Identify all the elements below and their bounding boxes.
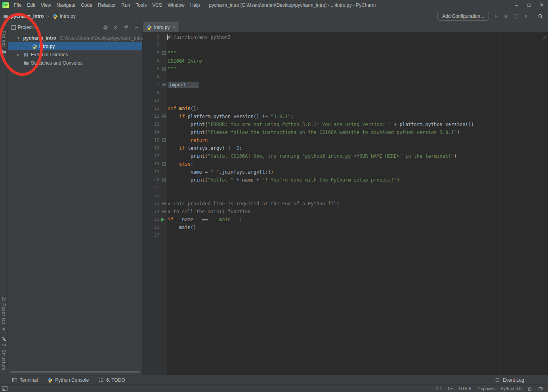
gutter-cell[interactable]: [159, 89, 167, 97]
gutter-cell[interactable]: [159, 97, 167, 105]
code-line[interactable]: 13 print("ERROR: You are not using Pytho…: [143, 120, 548, 128]
menu-vcs[interactable]: VCS: [149, 0, 165, 10]
menu-code[interactable]: Code: [78, 0, 95, 10]
gutter-cell[interactable]: [159, 41, 167, 49]
code-line[interactable]: 10: [143, 97, 548, 105]
gutter-cell[interactable]: −: [159, 49, 167, 57]
run-icon[interactable]: [493, 13, 499, 19]
fold-marker-icon[interactable]: −: [162, 115, 166, 118]
fold-marker-icon[interactable]: −: [162, 202, 166, 205]
tool-button-terminal[interactable]: Terminal: [12, 377, 38, 383]
gutter-cell[interactable]: [159, 128, 167, 136]
tool-button-structure[interactable]: 7: Structure: [2, 344, 6, 371]
maximize-button[interactable]: □: [523, 0, 535, 10]
fold-marker-icon[interactable]: −: [162, 178, 166, 182]
gutter-cell[interactable]: −: [159, 160, 167, 168]
gutter-cell[interactable]: [159, 184, 167, 192]
chevron-down-icon[interactable]: ▾: [34, 25, 36, 30]
code-line[interactable]: 22: [143, 192, 548, 200]
menu-file[interactable]: File: [11, 0, 24, 10]
tool-button-event-log[interactable]: Event Log: [495, 377, 524, 383]
favorites-star-icon[interactable]: ★: [2, 327, 6, 332]
gutter-cell[interactable]: [159, 33, 167, 41]
gutter-cell[interactable]: −: [159, 136, 167, 144]
tree-row-intro-py[interactable]: intro.py: [8, 42, 142, 50]
menu-refactor[interactable]: Refactor: [95, 0, 118, 10]
tool-button-python-console[interactable]: Python Console: [47, 377, 89, 383]
toggle-toolwindows-icon[interactable]: [2, 386, 8, 391]
tree-row-external-libraries[interactable]: ▸ External Libraries: [8, 50, 142, 59]
menu-run[interactable]: Run: [118, 0, 133, 10]
tool-button-project[interactable]: 1: Project: [2, 25, 6, 47]
gutter-cell[interactable]: [159, 105, 167, 113]
tab-intro-py[interactable]: intro.py ×: [143, 22, 179, 32]
code-line[interactable]: 3−""": [143, 49, 548, 57]
minimize-button[interactable]: –: [510, 0, 523, 10]
gutter-cell[interactable]: −: [159, 65, 167, 73]
fold-marker-icon[interactable]: −: [162, 67, 166, 71]
code-line[interactable]: 9: [143, 89, 548, 97]
panel-title[interactable]: Project: [18, 25, 32, 30]
lock-icon[interactable]: [527, 386, 532, 391]
caret-position[interactable]: 1:1: [436, 386, 442, 391]
locate-icon[interactable]: [103, 25, 108, 30]
gutter-cell[interactable]: −: [159, 208, 167, 216]
gutter-cell[interactable]: +: [159, 81, 167, 89]
file-encoding[interactable]: UTF-8: [459, 386, 471, 391]
fold-marker-icon[interactable]: −: [162, 138, 166, 142]
code-line[interactable]: 11def main():: [143, 105, 548, 113]
gutter-cell[interactable]: [159, 168, 167, 176]
code-editor[interactable]: 1#!/usr/bin/env python323−"""4CS106A Int…: [143, 33, 548, 375]
run-line-icon[interactable]: [161, 218, 164, 222]
code-line[interactable]: 4CS106A Intro: [143, 57, 548, 65]
debug-icon[interactable]: [503, 13, 509, 19]
tree-row-project-root[interactable]: ▾ pycharm_intro C:\Users\brahm\Desktop\p…: [8, 34, 142, 42]
gutter-cell[interactable]: [159, 144, 167, 152]
code-line[interactable]: 2: [143, 41, 548, 49]
structure-tool-icon[interactable]: [1, 336, 6, 341]
coverage-icon[interactable]: [513, 13, 519, 19]
menu-navigate[interactable]: Navigate: [54, 0, 78, 10]
gutter-cell[interactable]: [159, 73, 167, 81]
code-line[interactable]: 24−# to call the main() function.: [143, 208, 548, 216]
code-line[interactable]: 27: [143, 231, 548, 239]
code-line[interactable]: 7+import ...: [143, 81, 548, 89]
indent-style[interactable]: 4 spaces: [477, 386, 495, 391]
code-line[interactable]: 6: [143, 73, 548, 81]
gutter-cell[interactable]: [159, 57, 167, 65]
fold-marker-icon[interactable]: −: [162, 210, 166, 213]
code-line[interactable]: 21: [143, 184, 548, 192]
gutter-cell[interactable]: −: [159, 113, 167, 120]
hide-panel-icon[interactable]: [134, 25, 139, 30]
code-line[interactable]: 12− if platform.python_version() != "3.8…: [143, 113, 548, 120]
python-interpreter[interactable]: Python 3.8: [500, 386, 521, 391]
code-line[interactable]: 15− return: [143, 136, 548, 144]
chevron-collapsed-icon[interactable]: ▸: [17, 53, 21, 57]
line-separator[interactable]: LF: [448, 386, 453, 391]
menu-view[interactable]: View: [38, 0, 54, 10]
code-line[interactable]: 26 main(): [143, 224, 548, 231]
horizontal-scrollbar[interactable]: [10, 371, 140, 373]
code-line[interactable]: 14 print("Please follow the instructions…: [143, 128, 548, 136]
code-line[interactable]: 1#!/usr/bin/env python3: [143, 33, 548, 41]
gutter-cell[interactable]: −: [159, 200, 167, 208]
tool-button-todo[interactable]: 6: TODO: [98, 377, 125, 383]
gutter-cell[interactable]: −: [159, 176, 167, 184]
gutter-cell[interactable]: [159, 216, 167, 224]
breadcrumb-project[interactable]: pycharm_intro: [11, 13, 44, 19]
collapse-all-icon[interactable]: [113, 25, 118, 30]
chevron-expanded-icon[interactable]: ▾: [17, 36, 19, 40]
notifications-icon[interactable]: [538, 386, 543, 391]
gear-icon[interactable]: [123, 25, 129, 30]
tree-row-scratches[interactable]: Scratches and Consoles: [8, 59, 142, 67]
code-line[interactable]: 5−""": [143, 65, 548, 73]
tool-button-favorites[interactable]: 2: Favorites: [2, 297, 6, 325]
code-line[interactable]: 19 name = " ".join(sys.argv[1:]): [143, 168, 548, 176]
breadcrumb-file[interactable]: intro.py: [60, 13, 75, 19]
project-tool-icon[interactable]: [1, 49, 6, 54]
gutter-cell[interactable]: [159, 231, 167, 239]
code-line[interactable]: 20− print("Hello, " + name + "! You're d…: [143, 176, 548, 184]
add-configuration-button[interactable]: Add Configuration...: [437, 12, 489, 21]
gutter-cell[interactable]: [159, 120, 167, 128]
gutter-cell[interactable]: [159, 224, 167, 231]
